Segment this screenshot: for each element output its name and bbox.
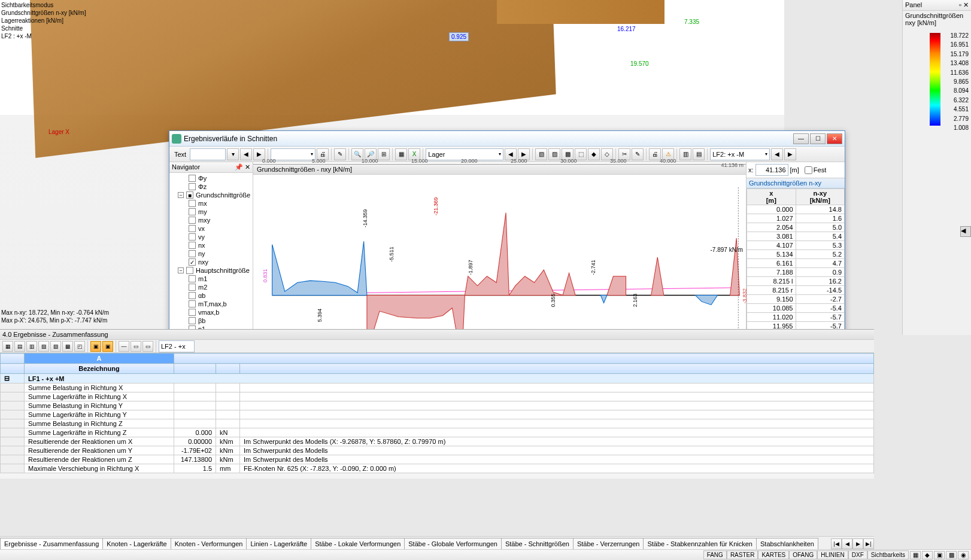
svg-marker-4 — [465, 213, 509, 296]
main-tab[interactable]: Stäbe - Schnittgrößen — [501, 538, 574, 549]
data-header: Grundschnittgrößen n-xy — [747, 178, 845, 188]
chart-ruler[interactable]: 0.000 5.000 10.000 15.000 20.000 25.000 … — [253, 162, 746, 165]
tb-btn[interactable]: ▦ — [2, 341, 13, 352]
lf-combo[interactable]: LF2 - +x — [159, 340, 195, 352]
main-tab[interactable]: Linien - Lagerkräfte — [246, 538, 311, 549]
main-tab[interactable]: Knoten - Lagerkräfte — [102, 538, 171, 549]
status-icon[interactable]: ◉ — [958, 551, 969, 559]
fit-icon[interactable]: ⊞ — [378, 148, 390, 160]
svg-marker-2 — [272, 242, 367, 296]
x-unit: [m] — [790, 166, 799, 174]
value-label: 0.925 — [449, 32, 469, 41]
layout-btn-2[interactable]: ▤ — [693, 148, 705, 160]
tb-btn-active[interactable]: ▣ — [90, 341, 101, 352]
dialog-titlebar[interactable]: Ergebnisverläufe in Schnitten — ☐ ✕ — [169, 131, 845, 147]
results-summary-area: 4.0 Ergebnisse - Zusammenfassung ▦ ▤ ▥ ▧… — [0, 329, 874, 479]
svg-marker-5 — [509, 270, 563, 295]
results-grid[interactable]: A Bezeichnung ⊟LF1 - +x +M Summe Belastu… — [0, 353, 874, 473]
panel-title: Panel — [905, 1, 922, 9]
tool-btn-8[interactable]: ✎ — [632, 148, 644, 160]
nav-prev-button[interactable]: ◀ — [240, 148, 252, 160]
color-legend-bar — [930, 33, 940, 126]
tb-btn[interactable]: ▭ — [142, 341, 153, 352]
svg-marker-7 — [607, 276, 626, 296]
tool-btn-2[interactable]: ▨ — [548, 148, 560, 160]
value-label: 19.570 — [629, 60, 651, 68]
text-input[interactable] — [190, 148, 226, 160]
x-value-input[interactable] — [755, 164, 788, 176]
tb-btn[interactable]: ▩ — [62, 341, 73, 352]
value-label: 7.335 — [682, 18, 701, 26]
tab-scroll-last[interactable]: ▶| — [863, 538, 874, 549]
svg-marker-6 — [563, 273, 575, 296]
viewport-overlay-text: Sichtbarkeitsmodus Grundschnittgrößen n-… — [1, 1, 86, 40]
main-tab[interactable]: Stäbe - Verzerrungen — [573, 538, 644, 549]
close-button[interactable]: ✕ — [827, 133, 842, 144]
tb-btn-active[interactable]: ▣ — [102, 341, 113, 352]
status-toggle[interactable]: OFANG — [789, 550, 817, 559]
main-tab[interactable]: Stabschlankheiten — [756, 538, 818, 549]
main-tab[interactable]: Stäbe - Stabkennzahlen für Knicken — [643, 538, 757, 549]
tb-btn[interactable]: — — [119, 341, 129, 352]
status-toggle[interactable]: Sichtbarkeits — [867, 550, 909, 559]
panel-subtitle: Grundschnittgrößen nxy [kN/m] — [903, 11, 971, 28]
text-label: Text — [172, 151, 189, 158]
value-label: 16.217 — [615, 25, 638, 33]
status-toggle[interactable]: FANG — [703, 550, 727, 559]
tb-btn[interactable]: ▤ — [14, 341, 25, 352]
main-tab[interactable]: Knoten - Verformungen — [171, 538, 247, 549]
dialog-icon — [172, 134, 181, 144]
chart-title: Grundschnittgrößen - nxy [kN/m] — [253, 165, 746, 175]
minmax-summary: Max n-xy: 18.722, Min n-xy: -0.764 kN/m … — [1, 309, 109, 324]
status-toggle[interactable]: KARTES — [758, 550, 789, 559]
results-toolbar: ▦ ▤ ▥ ▧ ▨ ▩ ◰ ▣ ▣ — ▭ ▭ LF2 - +x — [0, 340, 874, 353]
chart-left-label: 0.831 — [262, 269, 268, 283]
tb-btn[interactable]: ◰ — [74, 341, 85, 352]
main-tab[interactable]: Stäbe - Lokale Verformungen — [311, 538, 405, 549]
tool-btn-1[interactable]: ▧ — [535, 148, 547, 160]
status-icon[interactable]: ▩ — [946, 551, 957, 559]
dialog-title: Ergebnisverläufe in Schnitten — [172, 135, 792, 143]
tb-btn[interactable]: ▨ — [50, 341, 61, 352]
combo-1[interactable]: ▾ — [271, 148, 315, 160]
tab-scroll-prev[interactable]: ◀ — [842, 538, 852, 549]
status-icon[interactable]: ▦ — [910, 551, 921, 559]
lc-prev-button[interactable]: ◀ — [771, 148, 783, 160]
tab-scroll-first[interactable]: |◀ — [831, 538, 842, 549]
dropdown-icon[interactable]: ▾ — [227, 148, 239, 160]
loadcase-combo[interactable]: LF2: +x -M▾ — [710, 148, 770, 160]
fest-checkbox[interactable] — [805, 166, 812, 174]
maximize-button[interactable]: ☐ — [810, 133, 826, 144]
tb-btn[interactable]: ▧ — [38, 341, 49, 352]
status-toggle[interactable]: DXF — [848, 550, 867, 559]
panel-controls[interactable]: ▫ ✕ — [959, 1, 969, 9]
tool-btn-5[interactable]: ◆ — [588, 148, 600, 160]
layout-btn-1[interactable]: ▥ — [679, 148, 691, 160]
value-label: Lager X — [47, 128, 71, 136]
chart-right-label: -3.832 — [742, 288, 748, 304]
tb-btn[interactable]: ▭ — [131, 341, 141, 352]
legend-values: 18.72216.951 15.17913.408 11.6369.865 8.… — [943, 31, 969, 132]
main-tab[interactable]: Stäbe - Globale Verformungen — [404, 538, 502, 549]
wood-panel-render-2 — [497, 0, 664, 24]
legend-panel: Panel ▫ ✕ Grundschnittgrößen nxy [kN/m] … — [902, 0, 971, 335]
tb-btn[interactable]: ▥ — [26, 341, 37, 352]
status-toggle[interactable]: HLINIEN — [817, 550, 848, 559]
svg-marker-11 — [696, 296, 718, 305]
grid-icon[interactable]: ▦ — [395, 148, 407, 160]
status-icon[interactable]: ▣ — [934, 551, 945, 559]
status-toggle[interactable]: RASTER — [727, 550, 758, 559]
tab-scroll-next[interactable]: ▶ — [852, 538, 863, 549]
navigator-title: Navigator — [172, 163, 200, 171]
svg-marker-8 — [651, 257, 664, 296]
sidebar-expand-button[interactable]: ◀ — [960, 226, 971, 237]
tool-icon[interactable]: ✎ — [334, 148, 346, 160]
cursor-value-label: -7.897 kN/m — [711, 246, 743, 253]
navigator-pin-icon[interactable]: 📌 ✕ — [235, 163, 250, 171]
lc-next-button[interactable]: ▶ — [784, 148, 796, 160]
main-tab-strip: Ergebnisse - Zusammenfassung Knoten - La… — [0, 536, 874, 549]
status-icon[interactable]: ◆ — [922, 551, 933, 559]
results-summary-title: 4.0 Ergebnisse - Zusammenfassung — [0, 330, 874, 340]
main-tab[interactable]: Ergebnisse - Zusammenfassung — [0, 538, 103, 549]
minimize-button[interactable]: — — [793, 133, 809, 144]
